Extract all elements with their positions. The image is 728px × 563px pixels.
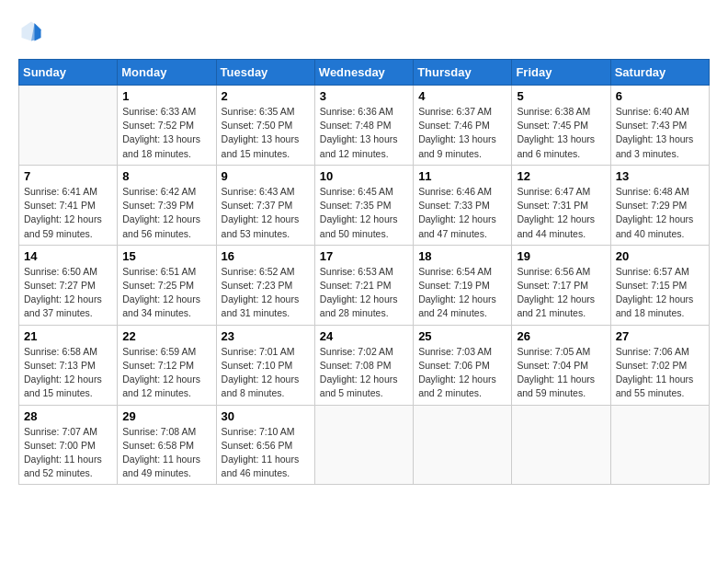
calendar-cell: 4Sunrise: 6:37 AM Sunset: 7:46 PM Daylig…	[414, 86, 512, 166]
calendar-cell: 13Sunrise: 6:48 AM Sunset: 7:29 PM Dayli…	[610, 165, 709, 245]
calendar-cell: 11Sunrise: 6:46 AM Sunset: 7:33 PM Dayli…	[414, 165, 512, 245]
calendar-cell: 28Sunrise: 7:07 AM Sunset: 7:00 PM Dayli…	[19, 405, 118, 485]
svg-marker-2	[35, 23, 41, 40]
calendar-cell: 21Sunrise: 6:58 AM Sunset: 7:13 PM Dayli…	[19, 325, 118, 405]
day-info: Sunrise: 6:38 AM Sunset: 7:45 PM Dayligh…	[517, 105, 605, 161]
day-number: 6	[616, 89, 704, 103]
day-number: 24	[320, 329, 408, 343]
day-info: Sunrise: 6:42 AM Sunset: 7:39 PM Dayligh…	[122, 185, 210, 241]
day-info: Sunrise: 6:37 AM Sunset: 7:46 PM Dayligh…	[418, 105, 506, 161]
day-info: Sunrise: 7:07 AM Sunset: 7:00 PM Dayligh…	[24, 425, 112, 481]
calendar-cell: 5Sunrise: 6:38 AM Sunset: 7:45 PM Daylig…	[512, 86, 610, 166]
day-number: 20	[616, 249, 704, 263]
day-number: 7	[24, 169, 112, 183]
calendar-cell: 8Sunrise: 6:42 AM Sunset: 7:39 PM Daylig…	[118, 165, 216, 245]
day-info: Sunrise: 6:35 AM Sunset: 7:50 PM Dayligh…	[222, 105, 310, 161]
calendar-cell: 12Sunrise: 6:47 AM Sunset: 7:31 PM Dayli…	[512, 165, 610, 245]
day-info: Sunrise: 6:36 AM Sunset: 7:48 PM Dayligh…	[320, 105, 408, 161]
calendar-cell: 24Sunrise: 7:02 AM Sunset: 7:08 PM Dayli…	[314, 325, 413, 405]
calendar-cell	[314, 405, 413, 485]
calendar-cell: 7Sunrise: 6:41 AM Sunset: 7:41 PM Daylig…	[19, 165, 118, 245]
calendar-cell: 25Sunrise: 7:03 AM Sunset: 7:06 PM Dayli…	[414, 325, 512, 405]
day-info: Sunrise: 6:59 AM Sunset: 7:12 PM Dayligh…	[122, 345, 210, 401]
calendar-cell: 1Sunrise: 6:33 AM Sunset: 7:52 PM Daylig…	[118, 86, 216, 166]
day-number: 16	[222, 249, 310, 263]
day-info: Sunrise: 6:40 AM Sunset: 7:43 PM Dayligh…	[616, 105, 704, 161]
day-number: 15	[122, 249, 210, 263]
day-info: Sunrise: 7:06 AM Sunset: 7:02 PM Dayligh…	[616, 345, 704, 401]
day-number: 27	[616, 329, 704, 343]
calendar-cell: 2Sunrise: 6:35 AM Sunset: 7:50 PM Daylig…	[216, 86, 314, 166]
day-number: 28	[24, 409, 112, 423]
calendar-cell: 15Sunrise: 6:51 AM Sunset: 7:25 PM Dayli…	[118, 245, 216, 325]
calendar-cell: 9Sunrise: 6:43 AM Sunset: 7:37 PM Daylig…	[216, 165, 314, 245]
day-number: 22	[122, 329, 210, 343]
day-info: Sunrise: 6:53 AM Sunset: 7:21 PM Dayligh…	[320, 265, 408, 321]
col-header-tuesday: Tuesday	[216, 60, 314, 86]
day-number: 2	[222, 89, 310, 103]
day-number: 29	[122, 409, 210, 423]
day-number: 14	[24, 249, 112, 263]
calendar-table: SundayMondayTuesdayWednesdayThursdayFrid…	[18, 59, 710, 485]
day-info: Sunrise: 6:41 AM Sunset: 7:41 PM Dayligh…	[24, 185, 112, 241]
day-info: Sunrise: 6:51 AM Sunset: 7:25 PM Dayligh…	[122, 265, 210, 321]
calendar-cell: 6Sunrise: 6:40 AM Sunset: 7:43 PM Daylig…	[610, 86, 709, 166]
day-info: Sunrise: 6:46 AM Sunset: 7:33 PM Dayligh…	[418, 185, 506, 241]
day-number: 1	[122, 89, 210, 103]
day-info: Sunrise: 7:01 AM Sunset: 7:10 PM Dayligh…	[222, 345, 310, 401]
day-number: 9	[222, 169, 310, 183]
calendar-cell	[19, 86, 118, 166]
day-number: 21	[24, 329, 112, 343]
day-info: Sunrise: 7:03 AM Sunset: 7:06 PM Dayligh…	[418, 345, 506, 401]
calendar-cell: 26Sunrise: 7:05 AM Sunset: 7:04 PM Dayli…	[512, 325, 610, 405]
page-header	[18, 18, 710, 44]
day-info: Sunrise: 6:50 AM Sunset: 7:27 PM Dayligh…	[24, 265, 112, 321]
day-info: Sunrise: 7:08 AM Sunset: 6:58 PM Dayligh…	[122, 425, 210, 481]
calendar-cell: 16Sunrise: 6:52 AM Sunset: 7:23 PM Dayli…	[216, 245, 314, 325]
day-number: 12	[517, 169, 605, 183]
day-info: Sunrise: 6:54 AM Sunset: 7:19 PM Dayligh…	[418, 265, 506, 321]
calendar-cell: 14Sunrise: 6:50 AM Sunset: 7:27 PM Dayli…	[19, 245, 118, 325]
day-number: 13	[616, 169, 704, 183]
day-info: Sunrise: 6:48 AM Sunset: 7:29 PM Dayligh…	[616, 185, 704, 241]
col-header-monday: Monday	[118, 60, 216, 86]
day-number: 25	[418, 329, 506, 343]
day-info: Sunrise: 6:45 AM Sunset: 7:35 PM Dayligh…	[320, 185, 408, 241]
day-number: 10	[320, 169, 408, 183]
calendar-cell	[512, 405, 610, 485]
calendar-cell: 17Sunrise: 6:53 AM Sunset: 7:21 PM Dayli…	[314, 245, 413, 325]
col-header-sunday: Sunday	[19, 60, 118, 86]
day-number: 19	[517, 249, 605, 263]
day-info: Sunrise: 6:58 AM Sunset: 7:13 PM Dayligh…	[24, 345, 112, 401]
day-number: 4	[418, 89, 506, 103]
calendar-cell: 3Sunrise: 6:36 AM Sunset: 7:48 PM Daylig…	[314, 86, 413, 166]
calendar-cell: 22Sunrise: 6:59 AM Sunset: 7:12 PM Dayli…	[118, 325, 216, 405]
day-info: Sunrise: 6:43 AM Sunset: 7:37 PM Dayligh…	[222, 185, 310, 241]
day-info: Sunrise: 7:02 AM Sunset: 7:08 PM Dayligh…	[320, 345, 408, 401]
logo	[18, 18, 48, 44]
calendar-cell: 30Sunrise: 7:10 AM Sunset: 6:56 PM Dayli…	[216, 405, 314, 485]
calendar-cell: 18Sunrise: 6:54 AM Sunset: 7:19 PM Dayli…	[414, 245, 512, 325]
col-header-wednesday: Wednesday	[314, 60, 413, 86]
day-number: 18	[418, 249, 506, 263]
calendar-cell: 10Sunrise: 6:45 AM Sunset: 7:35 PM Dayli…	[314, 165, 413, 245]
day-number: 8	[122, 169, 210, 183]
calendar-cell: 19Sunrise: 6:56 AM Sunset: 7:17 PM Dayli…	[512, 245, 610, 325]
day-number: 17	[320, 249, 408, 263]
day-info: Sunrise: 7:10 AM Sunset: 6:56 PM Dayligh…	[222, 425, 310, 481]
day-number: 26	[517, 329, 605, 343]
calendar-cell	[610, 405, 709, 485]
col-header-saturday: Saturday	[610, 60, 709, 86]
col-header-thursday: Thursday	[414, 60, 512, 86]
day-number: 5	[517, 89, 605, 103]
day-info: Sunrise: 6:57 AM Sunset: 7:15 PM Dayligh…	[616, 265, 704, 321]
day-info: Sunrise: 6:52 AM Sunset: 7:23 PM Dayligh…	[222, 265, 310, 321]
day-number: 23	[222, 329, 310, 343]
day-info: Sunrise: 6:33 AM Sunset: 7:52 PM Dayligh…	[122, 105, 210, 161]
logo-icon	[18, 18, 44, 44]
day-info: Sunrise: 7:05 AM Sunset: 7:04 PM Dayligh…	[517, 345, 605, 401]
day-number: 11	[418, 169, 506, 183]
calendar-cell: 20Sunrise: 6:57 AM Sunset: 7:15 PM Dayli…	[610, 245, 709, 325]
col-header-friday: Friday	[512, 60, 610, 86]
calendar-cell: 23Sunrise: 7:01 AM Sunset: 7:10 PM Dayli…	[216, 325, 314, 405]
